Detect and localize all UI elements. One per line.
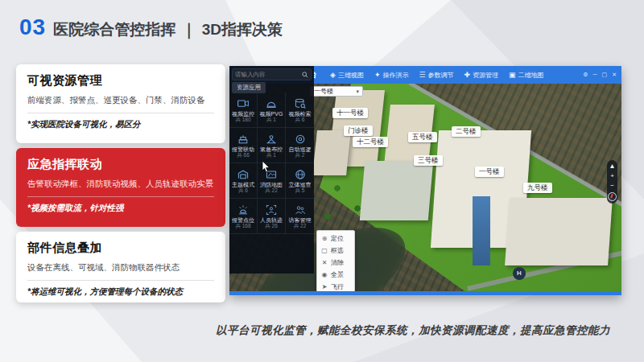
context-menu-label: 框选 — [331, 246, 344, 255]
tile-theme-mode[interactable]: 主题模式 共 6 — [229, 163, 258, 199]
menu-item-label: 操作演示 — [382, 71, 408, 80]
tile-emergency-control[interactable]: 紧急布控 共 1 — [258, 128, 286, 163]
pan-up-icon[interactable]: ▲ — [609, 162, 616, 171]
cube-icon: ◈ — [330, 71, 336, 79]
zoom-in-icon[interactable]: + — [610, 172, 614, 180]
card-emergency-command-linkage: 应急指挥联动 告警联动弹框、消防联动视频、人员轨迹联动实景 *视频按需取流，针对… — [16, 148, 225, 227]
siren-icon — [237, 204, 250, 216]
page-title: 医院综合管控指挥 — [53, 19, 175, 40]
fly-icon: ➤ — [321, 283, 328, 290]
tile-auto-patrol[interactable]: 自动巡逻 共 2 — [286, 128, 314, 163]
menu-item-parameters[interactable]: ☰ 参数调节 — [419, 71, 453, 80]
card-body: 告警联动弹框、消防联动视频、人员轨迹联动实景 — [27, 178, 214, 190]
building-label[interactable]: 五号楼 — [408, 132, 437, 142]
maximize-icon[interactable]: ▢ — [602, 72, 608, 78]
chevron-down-icon: ▾ — [356, 88, 359, 95]
person-alert-icon — [265, 133, 278, 146]
window-controls: ⚙ ─ ▢ ✕ — [583, 72, 617, 78]
compass-icon[interactable] — [608, 192, 617, 201]
card-component-info-overlay: 部件信息叠加 设备在离线、可视域、消防物联器件状态 *将运维可视化，方便管理每个… — [16, 232, 225, 302]
context-menu-item-locate[interactable]: ⊕ 定位 — [317, 232, 354, 245]
clear-icon: ✕ — [321, 259, 328, 266]
building-glass-section — [473, 196, 490, 265]
page-subtitle: 3D指挥决策 — [202, 19, 283, 40]
target-icon — [294, 133, 307, 146]
tile-video-pvg[interactable]: 视频PVG 共 1 — [258, 93, 286, 128]
resource-tile-grid: 视频监控 共 180 视频PVG 共 1 视频检索 共 6 报警联动 共 66 — [229, 93, 314, 234]
building-label[interactable]: 十一号楼 — [332, 108, 368, 118]
menu-item-resources[interactable]: ✚ 资源管理 — [464, 71, 499, 80]
qr-map-icon: ▣ — [509, 71, 516, 79]
context-menu-label: 飞行 — [331, 282, 344, 291]
tab-resource-apps[interactable]: 资源应用 — [232, 82, 266, 93]
hand-pointer-icon: ✦ — [374, 71, 381, 79]
building-small[interactable] — [312, 130, 351, 175]
tile-video-search[interactable]: 视频检索 共 6 — [286, 93, 314, 128]
menu-item-2d-map[interactable]: ▣ 二维地图 — [509, 71, 544, 80]
card-body: 前端资源、报警点、巡更设备、门禁、消防设备 — [27, 94, 214, 106]
resource-sidebar: 资源应用 视频监控 共 180 视频PVG 共 1 视频检索 共 6 — [229, 66, 314, 274]
building-label[interactable]: 二号楼 — [452, 126, 481, 137]
map-nav-widget: ▲ + − — [607, 160, 617, 204]
menu-item-label: 参数调节 — [428, 71, 454, 80]
context-menu-label: 定位 — [331, 234, 344, 243]
globe-icon — [294, 168, 307, 181]
menu-item-3d-view[interactable]: ◈ 三维视图 — [330, 71, 364, 80]
context-menu-label: 清除 — [331, 258, 344, 267]
building-label[interactable]: 一号楼 — [475, 167, 504, 177]
building-label[interactable]: 九号楼 — [523, 183, 552, 193]
context-menu-label: 全景 — [331, 270, 344, 279]
panorama-icon: ◉ — [321, 271, 328, 278]
tile-3d-inspection[interactable]: 立体巡查 共 5 — [286, 163, 314, 199]
dome-camera-icon — [265, 97, 278, 110]
settings-icon[interactable]: ⚙ — [583, 72, 588, 78]
tile-alarm-linkage[interactable]: 报警联动 共 66 — [229, 128, 258, 163]
database-search-icon — [294, 97, 307, 110]
divider — [27, 196, 214, 197]
app-bottom-strip — [229, 291, 621, 295]
close-icon[interactable]: ✕ — [612, 72, 617, 78]
app-screenshot-3d-platform: 漳一医院三维平台 ◈ 三维视图 ✦ 操作演示 ☰ 参数调节 ✚ 资源管理 — [229, 66, 621, 295]
building-label[interactable]: 门诊楼 — [344, 125, 373, 136]
menu-item-label: 资源管理 — [473, 71, 498, 80]
divider — [27, 280, 214, 281]
person-frame-icon — [265, 204, 278, 216]
box-select-icon: ▢ — [321, 247, 328, 254]
menu-item-demo[interactable]: ✦ 操作演示 — [374, 71, 409, 80]
building-podium[interactable] — [360, 161, 433, 220]
slide-number: 03 — [19, 14, 46, 40]
context-menu-item-panorama[interactable]: ◉ 全景 — [317, 269, 354, 281]
presentation-slide: 03 医院综合管控指挥 ｜ 3D指挥决策 可视资源管理 前端资源、报警点、巡更设… — [0, 0, 644, 362]
search-icon[interactable] — [302, 72, 308, 78]
tile-video-monitor[interactable]: 视频监控 共 180 — [229, 93, 258, 128]
menu-item-label: 三维视图 — [338, 71, 364, 80]
title-separator: ｜ — [181, 19, 196, 40]
card-title: 可视资源管理 — [27, 73, 214, 88]
context-menu-item-fly[interactable]: ➤ 飞行 — [317, 281, 354, 291]
tile-alarm-points[interactable]: 报警点位 共 168 — [229, 199, 258, 234]
app-menu: ◈ 三维视图 ✦ 操作演示 ☰ 参数调节 ✚ 资源管理 ▣ 二维地图 — [330, 71, 544, 80]
search-input[interactable] — [233, 71, 302, 78]
card-title: 部件信息叠加 — [27, 241, 214, 256]
footer-slogan: 以平台可视化监管，赋能全校安保系统，加快资源调配速度，提高应急管控能力 — [190, 323, 636, 338]
building-label[interactable]: 十二号楼 — [353, 137, 388, 147]
card-note: *视频按需取流，针对性强 — [27, 203, 214, 214]
building-label[interactable]: 三号楼 — [414, 155, 443, 166]
menu-item-label: 二维地图 — [518, 71, 544, 80]
context-menu-item-clear[interactable]: ✕ 清除 — [317, 257, 354, 269]
tile-person-track[interactable]: 人员轨迹 共 26 — [258, 199, 286, 234]
dropdown-value: 一号楼 — [314, 87, 333, 96]
mouse-cursor-icon — [262, 161, 270, 173]
video-camera-icon — [237, 97, 250, 110]
helipad: H — [513, 267, 526, 280]
context-menu-item-box-select[interactable]: ▢ 框选 — [317, 245, 354, 257]
building-wing[interactable] — [505, 198, 613, 265]
zoom-out-icon[interactable]: − — [610, 182, 614, 190]
building-select-dropdown[interactable]: 一号楼 ▾ — [310, 86, 363, 97]
map-context-menu: ⊕ 定位 ▢ 框选 ✕ 清除 ◉ 全景 ➤ 飞行 — [316, 230, 355, 291]
locate-icon: ⊕ — [321, 235, 328, 242]
card-title: 应急指挥联动 — [27, 157, 214, 172]
tile-visitor-management[interactable]: 访客管理 共 22 — [286, 199, 314, 234]
card-body: 设备在离线、可视域、消防物联器件状态 — [27, 261, 214, 274]
minimize-icon[interactable]: ─ — [593, 72, 597, 78]
